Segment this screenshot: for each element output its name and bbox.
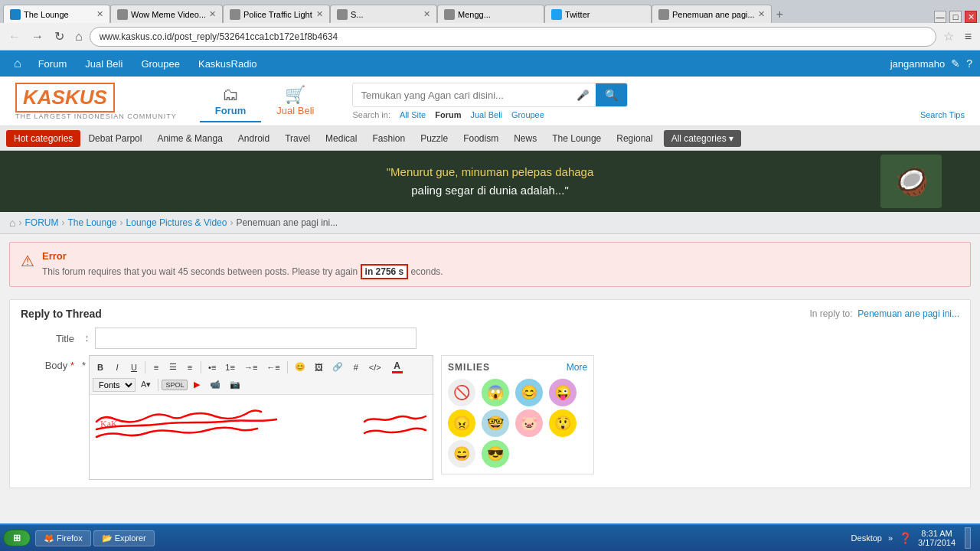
smiley-4[interactable]: 😜 xyxy=(549,379,577,406)
refresh-button[interactable]: ↻ xyxy=(51,28,68,45)
outdent-button[interactable]: ←≡ xyxy=(263,360,283,374)
top-nav-jualbeli[interactable]: Jual Beli xyxy=(77,54,130,74)
cat-foodism[interactable]: Foodism xyxy=(456,129,506,148)
new-tab-button[interactable]: + xyxy=(772,6,788,23)
cat-news[interactable]: News xyxy=(506,129,544,148)
video-button[interactable]: 📹 xyxy=(206,377,224,392)
breadcrumb-lounge[interactable]: The Lounge xyxy=(67,217,116,228)
smiley-7[interactable]: 🐷 xyxy=(515,409,543,437)
italic-button[interactable]: I xyxy=(109,360,125,374)
youtube-button[interactable]: ▶ xyxy=(189,377,204,392)
all-categories-button[interactable]: All categories ▾ xyxy=(664,130,741,147)
smiley-10[interactable]: 😎 xyxy=(482,440,509,468)
search-option-jualbeli[interactable]: Jual Beli xyxy=(470,110,502,119)
top-nav-home-icon[interactable]: ⌂ xyxy=(8,52,28,75)
link-button[interactable]: 🔗 xyxy=(328,360,347,374)
bookmark-button[interactable]: ☆ xyxy=(939,28,958,45)
search-button[interactable]: 🔍 xyxy=(596,83,627,106)
top-nav-radio[interactable]: KaskusRadio xyxy=(191,54,265,74)
unordered-list-button[interactable]: •≡ xyxy=(204,360,220,374)
bold-button[interactable]: B xyxy=(93,360,108,374)
back-button[interactable]: ← xyxy=(5,28,24,45)
spoiler-button[interactable]: SPOL xyxy=(162,380,188,390)
cat-fashion[interactable]: Fashion xyxy=(364,129,413,148)
forward-button[interactable]: → xyxy=(28,28,47,45)
help-icon[interactable]: ? xyxy=(966,57,972,70)
smilies-more-link[interactable]: More xyxy=(567,362,587,373)
tab-2[interactable]: Wow Meme Video... ✕ xyxy=(110,5,223,23)
smiley-1[interactable]: 🚫 xyxy=(448,379,475,406)
smiley-2[interactable]: 😱 xyxy=(482,379,509,406)
align-left-button[interactable]: ≡ xyxy=(149,360,164,374)
maximize-button[interactable]: □ xyxy=(949,11,962,23)
code-button[interactable]: </> xyxy=(365,360,385,374)
header-tab-jualbeli[interactable]: 🛒 Jual Beli xyxy=(261,80,329,122)
minimize-button[interactable]: — xyxy=(934,11,946,23)
quote-button[interactable]: # xyxy=(348,360,364,374)
cat-anime[interactable]: Anime & Manga xyxy=(149,129,230,148)
tab-4-close[interactable]: ✕ xyxy=(423,9,430,19)
address-bar[interactable] xyxy=(90,27,936,47)
tab-2-close[interactable]: ✕ xyxy=(209,9,216,19)
underline-button[interactable]: U xyxy=(126,360,142,374)
top-nav-groupee[interactable]: Groupee xyxy=(133,54,188,74)
tab-3[interactable]: Police Traffic Light ✕ xyxy=(223,5,330,23)
edit-icon[interactable]: ✎ xyxy=(951,57,960,70)
tab-4[interactable]: S... ✕ xyxy=(330,5,437,23)
editor-content[interactable]: KaK xyxy=(90,395,433,479)
instagram-button[interactable]: 📷 xyxy=(226,377,244,392)
cat-puzzle[interactable]: Puzzle xyxy=(413,129,456,148)
tab-7[interactable]: Penemuan ane pagi... ✕ xyxy=(652,5,772,23)
smiley-9[interactable]: 😄 xyxy=(448,440,475,468)
cat-medical[interactable]: Medical xyxy=(318,129,364,148)
header-tab-forum[interactable]: 🗂 Forum xyxy=(200,80,261,122)
taskbar-desktop-label[interactable]: Desktop xyxy=(851,533,882,543)
ordered-list-button[interactable]: 1≡ xyxy=(221,360,239,374)
smiley-8[interactable]: 😲 xyxy=(549,409,577,437)
search-option-forum[interactable]: Forum xyxy=(435,110,461,119)
font-selector[interactable]: Fonts xyxy=(93,378,136,392)
tab-1[interactable]: The Lounge ✕ xyxy=(3,5,110,23)
search-input[interactable] xyxy=(353,84,570,106)
help-taskbar-icon[interactable]: ❓ xyxy=(899,532,912,544)
smiley-6[interactable]: 🤓 xyxy=(482,409,509,437)
home-button[interactable]: ⌂ xyxy=(71,28,87,45)
tab-5[interactable]: Mengg... xyxy=(437,5,544,23)
microphone-button[interactable]: 🎤 xyxy=(570,85,596,106)
search-option-groupee[interactable]: Groupee xyxy=(511,110,544,119)
show-desktop-button[interactable] xyxy=(965,527,971,549)
menu-button[interactable]: ≡ xyxy=(961,28,975,45)
align-right-button[interactable]: ≡ xyxy=(182,360,198,374)
font-size-button[interactable]: A▾ xyxy=(137,377,155,392)
breadcrumb-forum[interactable]: FORUM xyxy=(24,217,58,228)
title-input[interactable] xyxy=(95,328,416,349)
tab-1-close[interactable]: ✕ xyxy=(96,9,103,19)
search-tips-link[interactable]: Search Tips xyxy=(920,110,965,119)
cat-debat[interactable]: Debat Parpol xyxy=(80,129,149,148)
emotion-button[interactable]: 😊 xyxy=(291,360,309,374)
top-nav-forum[interactable]: Forum xyxy=(31,54,75,74)
smiley-5[interactable]: 😠 xyxy=(448,409,475,437)
cat-android[interactable]: Android xyxy=(230,129,277,148)
image-button[interactable]: 🖼 xyxy=(311,360,327,374)
in-reply-to-link[interactable]: Penemuan ane pagi ini... xyxy=(858,308,959,319)
cat-hot[interactable]: Hot categories xyxy=(6,130,80,147)
indent-button[interactable]: →≡ xyxy=(240,360,261,374)
search-option-all[interactable]: All Site xyxy=(400,110,426,119)
tab-6[interactable]: Twitter xyxy=(544,5,652,23)
cat-travel[interactable]: Travel xyxy=(277,129,318,148)
tab-3-close[interactable]: ✕ xyxy=(316,9,323,19)
font-color-button[interactable]: A xyxy=(388,358,407,376)
close-button[interactable]: ✕ xyxy=(965,11,977,23)
cat-lounge[interactable]: The Lounge xyxy=(544,129,609,148)
start-button[interactable]: ⊞ xyxy=(3,530,31,546)
kaskus-logo[interactable]: KASKUS THE LARGEST INDONESIAN COMMUNITY xyxy=(15,83,177,120)
align-center-button[interactable]: ☰ xyxy=(165,360,181,374)
tab-7-close[interactable]: ✕ xyxy=(758,9,765,19)
taskbar-item-1[interactable]: 🦊 Firefox xyxy=(35,530,91,546)
cat-regional[interactable]: Regional xyxy=(609,129,660,148)
breadcrumb-home-icon[interactable]: ⌂ xyxy=(9,217,15,229)
smiley-3[interactable]: 😊 xyxy=(515,379,543,406)
taskbar-item-2[interactable]: 📂 Explorer xyxy=(93,530,155,546)
breadcrumb-pictures[interactable]: Lounge Pictures & Video xyxy=(126,217,227,228)
